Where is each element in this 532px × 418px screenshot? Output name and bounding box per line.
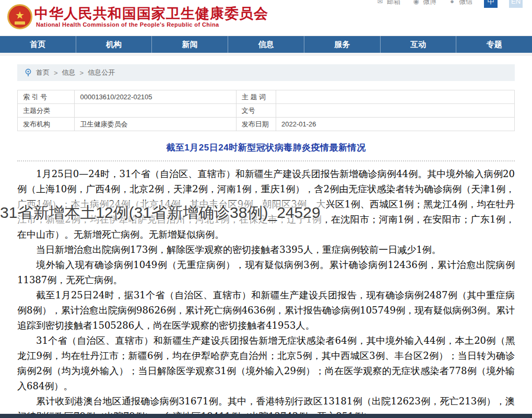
meta-value-pubdate: 2022-01-26: [276, 118, 515, 131]
nav-item-interact[interactable]: 互动: [381, 36, 457, 53]
table-row: 索 引 号 000013610/2022-02105 主 题 词: [18, 90, 515, 104]
emblem-star-icon: ★: [15, 10, 25, 20]
weibo-icon: ◉: [412, 0, 420, 5]
nav-item-org[interactable]: 机构: [76, 36, 152, 53]
breadcrumb-info-disclosure[interactable]: 信息公开: [88, 68, 115, 77]
article-title: 截至1月25日24时新型冠状病毒肺炎疫情最新情况: [17, 142, 515, 154]
dotted-separator: [17, 160, 515, 161]
site-header: ★ 中华人民共和国国家卫生健康委员会 National Health Commi…: [0, 0, 532, 36]
site-subtitle: National Health Commission of the People…: [36, 21, 219, 28]
meta-label-pubdate: 发布日期: [236, 118, 276, 131]
site-title: 中华人民共和国国家卫生健康委员会: [34, 4, 268, 23]
location-pin-icon: [25, 68, 32, 77]
meta-value-index: 000013610/2022-02105: [75, 90, 236, 104]
meta-value-subject: [276, 90, 515, 104]
nav-item-news[interactable]: 新闻: [152, 36, 228, 53]
header-topbar: ✉ 邮箱 ◉ 微博 ● 微信 中 EN: [376, 0, 523, 8]
article-paragraph: 境外输入现有确诊病例1049例（无重症病例），现有疑似病例3例。累计确诊病例12…: [17, 257, 515, 287]
article-paragraph: 31个省（自治区、直辖市）和新疆生产建设兵团报告新增无症状感染者64例，其中境外…: [17, 333, 515, 393]
table-row: 主题分类 文号: [18, 104, 515, 118]
wechat-link[interactable]: ● 微信: [448, 0, 472, 6]
weibo-link[interactable]: ◉ 微博: [412, 0, 436, 6]
article-paragraph: 当日新增治愈出院病例173例，解除医学观察的密切接触者3395人，重症病例较前一…: [17, 242, 515, 257]
breadcrumb-separator: >: [80, 69, 84, 77]
meta-value-docnumber: [276, 104, 515, 118]
wechat-label: 微信: [459, 0, 472, 6]
meta-value-category: [75, 104, 236, 118]
meta-value-agency: 卫生健康委员会: [75, 118, 236, 131]
nav-item-special[interactable]: 专题: [456, 36, 532, 53]
nav-item-service[interactable]: 服务: [304, 36, 381, 53]
article-paragraph: 截至1月25日24时，据31个省（自治区、直辖市）和新疆生产建设兵团报告，现有确…: [17, 287, 515, 333]
mail-label: 邮箱: [387, 0, 400, 6]
meta-label-subject: 主 题 词: [236, 90, 276, 104]
mail-icon: ✉: [376, 0, 384, 5]
main-content: 首页 > 信息 > 信息公开 索 引 号 000013610/2022-0210…: [17, 64, 515, 418]
weibo-label: 微博: [423, 0, 436, 6]
overlay-caption: 31省新增本土12例(31省新增确诊38例)_24529: [0, 201, 326, 225]
emblem-gate-shape: [15, 21, 25, 25]
footer-bar: [0, 414, 532, 418]
breadcrumb: 首页 > 信息 > 信息公开: [17, 64, 515, 81]
meta-label-agency: 发布机构: [18, 118, 75, 131]
breadcrumb-home[interactable]: 首页: [36, 68, 50, 77]
breadcrumb-info[interactable]: 信息: [62, 68, 76, 77]
mail-link[interactable]: ✉ 邮箱: [376, 0, 400, 6]
document-meta-table: 索 引 号 000013610/2022-02105 主 题 词 主题分类 文号…: [17, 90, 515, 131]
national-emblem-logo: ★: [7, 4, 32, 29]
table-row: 发布机构 卫生健康委员会 发布日期 2022-01-26: [18, 118, 515, 131]
breadcrumb-separator: >: [54, 69, 58, 77]
nav-item-info[interactable]: 信息: [228, 36, 304, 53]
nav-item-home[interactable]: 首页: [0, 36, 76, 53]
wechat-icon: ●: [448, 0, 456, 5]
meta-label-docnumber: 文号: [236, 104, 276, 118]
meta-label-category: 主题分类: [18, 104, 75, 118]
lang-zh-button[interactable]: 中: [484, 0, 498, 8]
lang-en-button[interactable]: EN: [509, 0, 523, 8]
nav-bottom-strip: [0, 53, 532, 56]
meta-label-index: 索 引 号: [18, 90, 75, 104]
main-nav: 首页 机构 新闻 信息 服务 互动 专题: [0, 36, 532, 53]
